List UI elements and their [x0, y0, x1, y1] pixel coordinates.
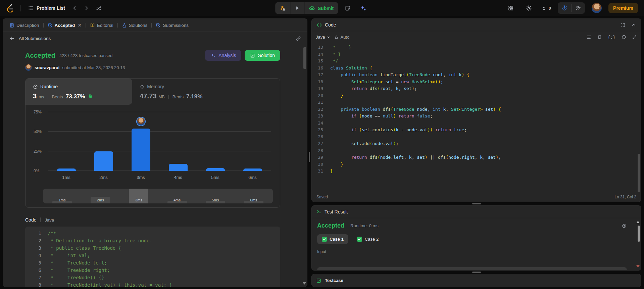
auto-mode-toggle[interactable]: Auto	[334, 35, 349, 40]
chart-column-3ms[interactable]: 3ms	[122, 112, 159, 171]
submit-button[interactable]: Submit	[304, 2, 338, 14]
runtime-bar-5ms[interactable]	[206, 168, 225, 171]
copy-link-icon[interactable]	[296, 36, 301, 41]
code-line-1[interactable]: 1/**	[25, 230, 280, 237]
code-line-17[interactable]: 17 public boolean findTarget(TreeNode ro…	[312, 71, 641, 79]
fullscreen-icon[interactable]	[620, 22, 625, 28]
code-line-2[interactable]: 2 * Definition for a binary tree node.	[25, 237, 280, 244]
test-scroll-up-arrow[interactable]	[636, 221, 640, 223]
code-line-18[interactable]: 18 Set<Integer> set = new HashSet<>();	[312, 79, 641, 86]
horizontal-resize-gutter[interactable]	[311, 202, 641, 205]
submitter-username[interactable]: souravparui	[35, 65, 59, 70]
prev-problem-button[interactable]	[70, 3, 79, 13]
tab-accepted[interactable]: Accepted ✕	[45, 22, 85, 28]
left-panel-scroll-down-arrow[interactable]	[303, 282, 306, 285]
code-line-20[interactable]: 20 }	[312, 92, 641, 99]
maximize-editor-icon[interactable]	[632, 35, 637, 40]
streak-counter[interactable]: 0	[541, 5, 551, 11]
tab-editorial[interactable]: Editorial	[87, 23, 116, 28]
horizontal-resize-handle[interactable]	[472, 272, 481, 273]
brush-cell-1ms[interactable]: 1ms	[43, 189, 81, 203]
code-line-31[interactable]: 31}	[312, 168, 641, 175]
test-scroll-down-arrow[interactable]	[636, 265, 640, 268]
code-line-27[interactable]: 27 set.add(node.val);	[312, 140, 641, 147]
invite-user-icon[interactable]	[572, 2, 585, 14]
chart-brush[interactable]: 1ms2ms3ms4ms5ms6ms	[43, 189, 273, 203]
leetcode-logo-icon[interactable]	[6, 4, 15, 12]
code-line-13[interactable]: 13 * }	[312, 44, 641, 51]
test-scrollbar-thumb[interactable]	[638, 226, 640, 242]
format-code-icon[interactable]	[587, 35, 592, 40]
chart-column-1ms[interactable]: 1ms	[48, 112, 85, 171]
tab-solutions[interactable]: Solutions	[119, 23, 151, 28]
back-arrow-icon[interactable]	[9, 36, 15, 41]
code-line-26[interactable]: 26	[312, 134, 641, 141]
tab-description[interactable]: Description	[6, 23, 42, 28]
tab-submissions[interactable]: Submissions	[153, 23, 192, 28]
ai-assistant-button[interactable]	[357, 2, 369, 14]
code-line-14[interactable]: 14 * }	[312, 51, 641, 58]
chart-column-2ms[interactable]: 2ms	[85, 112, 122, 171]
code-line-5[interactable]: 5 * TreeNode left;	[25, 259, 280, 267]
runtime-bar-6ms[interactable]	[243, 168, 262, 171]
editor-body[interactable]: 13 * }14 * }15 */16class Solution {17 pu…	[312, 43, 641, 192]
case-1-button[interactable]: Case 1	[317, 234, 348, 244]
problem-list-button[interactable]: Problem List	[26, 3, 67, 13]
brush-cell-6ms[interactable]: 6ms	[235, 189, 273, 203]
chart-column-5ms[interactable]: 5ms	[197, 112, 234, 171]
debug-button[interactable]	[275, 2, 290, 14]
code-line-7[interactable]: 7 * TreeNode() {}	[25, 274, 280, 281]
all-submissions-link[interactable]: All Submissions	[19, 36, 51, 41]
horizontal-resize-gutter[interactable]	[311, 271, 641, 274]
random-problem-button[interactable]	[94, 3, 104, 13]
solution-button[interactable]: Solution	[245, 50, 280, 61]
runtime-bar-4ms[interactable]	[169, 164, 188, 171]
panel-resize-gutter[interactable]	[307, 18, 311, 287]
code-line-19[interactable]: 19 return dfs(root, k, set);	[312, 85, 641, 92]
code-line-30[interactable]: 30 }	[312, 161, 641, 168]
bookmark-icon[interactable]	[597, 35, 602, 40]
code-line-22[interactable]: 22 private boolean dfs(TreeNode node, in…	[312, 106, 641, 113]
input-field-preview[interactable]	[317, 267, 627, 270]
braces-icon[interactable]: {;}	[608, 35, 615, 40]
left-panel-scrollbar-thumb[interactable]	[303, 47, 306, 69]
user-avatar[interactable]	[592, 3, 602, 13]
brush-cell-3ms[interactable]: 3ms	[119, 189, 158, 203]
runtime-bar-1ms[interactable]	[57, 168, 76, 171]
code-line-16[interactable]: 16class Solution {	[312, 65, 641, 72]
runtime-bar-2ms[interactable]	[94, 151, 113, 171]
visibility-icon[interactable]	[622, 223, 627, 229]
settings-gear-icon[interactable]	[523, 2, 535, 14]
premium-badge[interactable]: Premium	[608, 3, 638, 13]
code-line-23[interactable]: 23 if (node == null) return false;	[312, 113, 641, 120]
language-select[interactable]: Java	[316, 35, 330, 40]
close-tab-icon[interactable]: ✕	[78, 22, 82, 28]
next-problem-button[interactable]	[82, 3, 91, 13]
memory-stat-tab[interactable]: Memory 47.73 MB | Beats 7.19%	[132, 79, 280, 105]
code-line-6[interactable]: 6 * TreeNode right;	[25, 267, 280, 274]
vertical-resize-handle[interactable]	[309, 152, 310, 162]
code-line-8[interactable]: 8 * TreeNode(int val) { this.val = val; …	[25, 281, 280, 287]
code-line-4[interactable]: 4 * int val;	[25, 252, 280, 259]
chart-column-4ms[interactable]: 4ms	[159, 112, 197, 171]
runtime-bar-3ms[interactable]	[132, 129, 150, 171]
code-line-25[interactable]: 25 if (set.contains(k - node.val)) retur…	[312, 127, 641, 134]
code-line-24[interactable]: 24	[312, 120, 641, 127]
code-line-15[interactable]: 15 */	[312, 58, 641, 65]
editor-scrollbar-thumb[interactable]	[638, 154, 640, 192]
runtime-stat-tab[interactable]: Runtime 3 ms | Beats 73.37%	[26, 79, 132, 105]
testcase-panel[interactable]: Testcase	[311, 274, 641, 287]
brush-cell-4ms[interactable]: 4ms	[158, 189, 196, 203]
layout-grid-icon[interactable]	[505, 2, 516, 14]
brush-cell-5ms[interactable]: 5ms	[196, 189, 235, 203]
analysis-button[interactable]: Analysis	[205, 50, 241, 61]
case-2-button[interactable]: Case 2	[352, 234, 383, 244]
code-line-21[interactable]: 21	[312, 99, 641, 106]
brush-cell-2ms[interactable]: 2ms	[81, 189, 119, 203]
notes-button[interactable]	[342, 2, 353, 14]
collapse-panel-icon[interactable]	[631, 22, 636, 28]
timer-icon[interactable]	[558, 2, 571, 14]
horizontal-resize-handle[interactable]	[472, 203, 481, 204]
chart-column-6ms[interactable]: 6ms	[234, 112, 271, 171]
code-line-3[interactable]: 3 * public class TreeNode {	[25, 244, 280, 252]
